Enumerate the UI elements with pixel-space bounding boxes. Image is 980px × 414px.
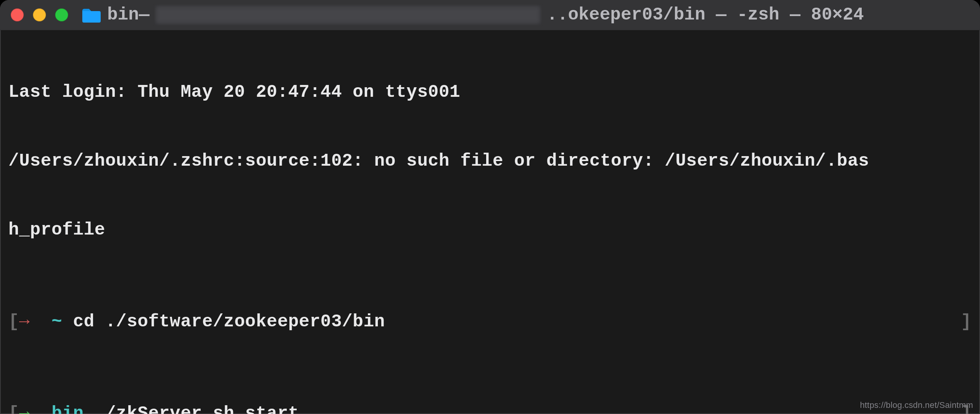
bracket-left: [: [8, 402, 19, 414]
prompt-row: [→ ~ cd ./software/zookeeper03/bin]: [8, 310, 972, 333]
prompt-location: ~: [51, 310, 62, 333]
window-controls: [11, 8, 68, 21]
command-text: cd ./software/zookeeper03/bin: [73, 310, 385, 333]
prompt-row: [→ bin ./zkServer.sh start]: [8, 402, 972, 414]
output-line: /Users/zhouxin/.zshrc:source:102: no suc…: [8, 150, 869, 173]
bracket-left: [: [8, 310, 19, 333]
title-redacted: [155, 5, 541, 25]
zoom-icon[interactable]: [55, 8, 68, 21]
terminal-body[interactable]: Last login: Thu May 20 20:47:44 on ttys0…: [0, 30, 980, 414]
prompt-location: bin: [51, 402, 83, 414]
window-title: bin — ..okeeper03/bin — -zsh — 80×24: [107, 5, 969, 25]
title-tail: ..okeeper03/bin — -zsh — 80×24: [547, 5, 864, 25]
titlebar: bin — ..okeeper03/bin — -zsh — 80×24: [0, 0, 980, 30]
command-text: ./zkServer.sh start: [95, 402, 299, 414]
title-folder: bin: [107, 5, 139, 25]
output-line: h_profile: [8, 218, 105, 241]
close-icon[interactable]: [11, 8, 24, 21]
bracket-right: ]: [961, 310, 972, 333]
output-line: Last login: Thu May 20 20:47:44 on ttys0…: [8, 81, 460, 104]
arrow-icon: →: [19, 310, 30, 333]
minimize-icon[interactable]: [33, 8, 46, 21]
watermark: https://blog.csdn.net/Saintmm: [860, 400, 973, 410]
arrow-icon: →: [19, 402, 30, 414]
folder-icon: [81, 7, 102, 23]
title-sep: —: [139, 5, 150, 25]
terminal-window: bin — ..okeeper03/bin — -zsh — 80×24 Las…: [0, 0, 980, 414]
